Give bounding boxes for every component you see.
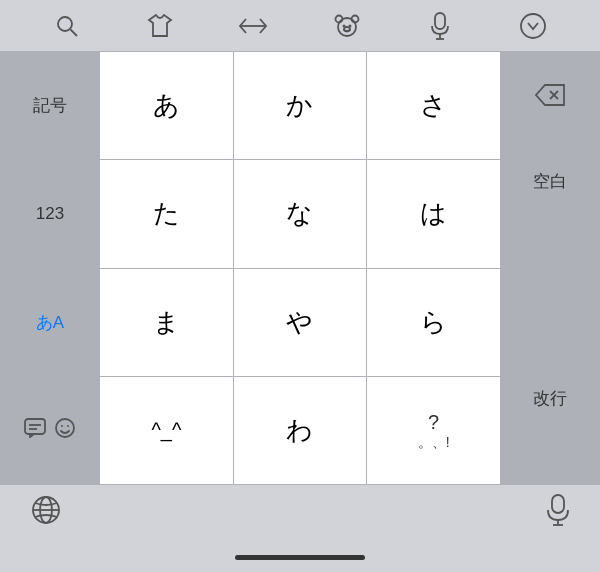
microphone-toolbar-icon[interactable] [420, 6, 460, 46]
keys-area: 記号 123 あA [0, 52, 600, 484]
toolbar [0, 0, 600, 52]
svg-rect-9 [435, 13, 445, 29]
key-ka[interactable]: か [234, 52, 367, 159]
svg-line-1 [70, 29, 77, 36]
microphone-bottom-icon[interactable] [546, 494, 570, 533]
right-spacer [500, 226, 600, 312]
emoji-icon [54, 417, 76, 444]
key-ra[interactable]: ら [367, 269, 500, 376]
numbers-key[interactable]: 123 [0, 160, 100, 267]
key-wa[interactable]: わ [234, 377, 367, 484]
chevron-down-icon[interactable] [513, 6, 553, 46]
bear-icon[interactable] [327, 6, 367, 46]
home-indicator [0, 542, 600, 572]
left-sidebar: 記号 123 あA [0, 52, 100, 484]
svg-point-16 [56, 419, 74, 437]
svg-point-0 [58, 17, 72, 31]
key-punctuation[interactable]: ? 。、! [367, 377, 500, 484]
speech-bubble-icon [24, 418, 46, 443]
home-bar [235, 555, 365, 560]
space-key[interactable]: 空白 [500, 139, 600, 225]
keyboard: 記号 123 あA [0, 52, 600, 484]
globe-icon[interactable] [30, 494, 62, 533]
sidebar-bottom-icons[interactable] [0, 377, 100, 484]
svg-point-18 [67, 425, 69, 427]
key-na[interactable]: な [234, 160, 367, 267]
shirt-icon[interactable] [140, 6, 180, 46]
search-icon[interactable] [47, 6, 87, 46]
center-keys: あ か さ た な は ま や ら ^_^ わ ? 。、! [100, 52, 500, 484]
hiragana-toggle-key[interactable]: あA [0, 269, 100, 376]
key-ma[interactable]: ま [100, 269, 233, 376]
svg-rect-13 [25, 419, 45, 434]
right-sidebar: 空白 改行 [500, 52, 600, 484]
enter-key[interactable]: 改行 [500, 312, 600, 484]
key-a[interactable]: あ [100, 52, 233, 159]
key-ya[interactable]: や [234, 269, 367, 376]
key-emoticon[interactable]: ^_^ [100, 377, 233, 484]
svg-point-12 [521, 14, 545, 38]
delete-key[interactable] [500, 52, 600, 138]
svg-point-8 [344, 27, 350, 31]
key-ta[interactable]: た [100, 160, 233, 267]
bottom-bar [0, 484, 600, 542]
cursor-icon[interactable] [233, 6, 273, 46]
svg-rect-24 [552, 495, 564, 513]
key-ha[interactable]: は [367, 160, 500, 267]
svg-point-17 [61, 425, 63, 427]
key-sa[interactable]: さ [367, 52, 500, 159]
kigou-key[interactable]: 記号 [0, 52, 100, 159]
